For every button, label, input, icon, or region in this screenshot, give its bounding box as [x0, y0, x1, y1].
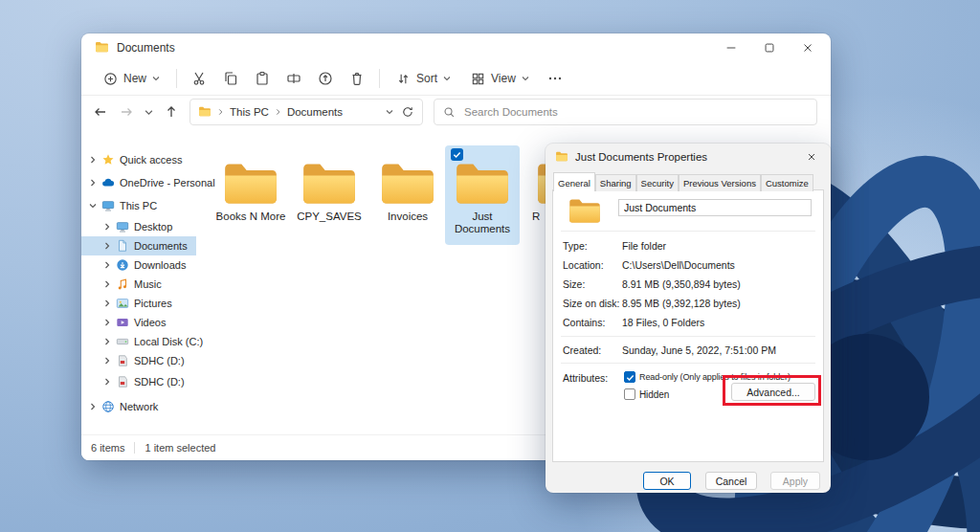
- chevron-right-icon[interactable]: [103, 280, 111, 288]
- sidebar-item-label: Videos: [134, 317, 166, 328]
- contains-label: Contains:: [563, 317, 605, 328]
- sidebar-item-label: Music: [134, 278, 162, 290]
- cut-icon: [191, 71, 207, 86]
- folder-name: Invoices: [370, 211, 445, 223]
- tab-general[interactable]: General: [553, 172, 595, 191]
- sidebar-item-label: Pictures: [134, 298, 172, 309]
- tab-previous-versions[interactable]: Previous Versions: [679, 174, 761, 191]
- chevron-right-icon[interactable]: [89, 179, 97, 187]
- up-button[interactable]: [164, 104, 179, 120]
- view-button[interactable]: View: [462, 67, 538, 91]
- separator: [561, 336, 815, 337]
- chevron-down-icon: [443, 76, 451, 81]
- music-note-icon: [116, 277, 129, 291]
- explorer-titlebar[interactable]: Documents: [81, 33, 831, 62]
- share-button[interactable]: [311, 65, 340, 92]
- dialog-titlebar[interactable]: Just Documents Properties: [546, 144, 831, 170]
- cancel-button[interactable]: Cancel: [705, 472, 757, 490]
- breadcrumb-item-documents[interactable]: Documents: [287, 106, 343, 118]
- ok-button[interactable]: OK: [643, 472, 691, 490]
- size-label: Size:: [563, 278, 585, 290]
- search-input[interactable]: [462, 105, 808, 119]
- paste-button[interactable]: [248, 65, 277, 92]
- ellipsis-icon: [547, 71, 563, 86]
- window-title: Documents: [117, 41, 175, 55]
- folder-name: Just Documents: [445, 211, 520, 235]
- sidebar-item-label: SDHC (D:): [134, 355, 185, 366]
- read-only-checkbox[interactable]: [624, 371, 635, 383]
- hidden-checkbox[interactable]: [624, 388, 635, 400]
- tab-customize[interactable]: Customize: [761, 174, 813, 191]
- chevron-down-icon[interactable]: [386, 109, 393, 115]
- close-button[interactable]: [789, 33, 827, 62]
- sort-icon: [396, 72, 411, 86]
- chevron-right-icon[interactable]: [103, 223, 111, 231]
- items-count: 6 items: [91, 442, 124, 454]
- sidebar-item-label: This PC: [120, 200, 157, 211]
- sidebar-item-label: SDHC (D:): [134, 376, 185, 388]
- type-label: Type:: [563, 240, 588, 252]
- chevron-right-icon[interactable]: [103, 242, 111, 250]
- trash-icon: [349, 71, 365, 86]
- apply-button[interactable]: Apply: [770, 472, 820, 490]
- folder-tile-books-n-more[interactable]: Books N More: [213, 162, 288, 223]
- chevron-right-icon[interactable]: [103, 338, 111, 345]
- rename-icon: [286, 71, 301, 86]
- chevron-right-icon: [217, 108, 224, 116]
- tab-security[interactable]: Security: [636, 174, 679, 191]
- network-icon: [101, 400, 115, 413]
- annotation-highlight: [723, 375, 821, 406]
- sidebar-item-documents[interactable]: Documents: [81, 236, 196, 255]
- chevron-down-icon: [522, 76, 529, 81]
- folder-icon: [380, 162, 435, 206]
- minimize-button[interactable]: [712, 33, 750, 62]
- folder-tile-invoices[interactable]: Invoices: [370, 162, 445, 223]
- copy-button[interactable]: [216, 65, 245, 92]
- folder-icon: [301, 162, 357, 206]
- plus-circle-icon: [103, 72, 118, 86]
- selected-count: 1 item selected: [145, 442, 215, 454]
- sd-card-icon: [116, 375, 129, 388]
- refresh-icon[interactable]: [401, 105, 414, 119]
- chevron-right-icon[interactable]: [103, 378, 111, 386]
- more-options-button[interactable]: [541, 65, 569, 92]
- folder-tile-just-documents-selected[interactable]: Just Documents: [445, 145, 520, 245]
- cut-button[interactable]: [185, 65, 213, 92]
- chevron-right-icon[interactable]: [89, 403, 97, 410]
- forward-button[interactable]: [119, 104, 134, 120]
- breadcrumb-item-this-pc[interactable]: This PC: [230, 106, 269, 118]
- new-button[interactable]: New: [95, 67, 168, 91]
- search-box[interactable]: [434, 99, 817, 125]
- separator: [561, 231, 815, 232]
- chevron-right-icon[interactable]: [103, 299, 111, 307]
- size-on-disk-label: Size on disk:: [563, 298, 620, 309]
- back-button[interactable]: [93, 104, 108, 120]
- chevron-down-icon[interactable]: [89, 202, 97, 210]
- folder-name-input[interactable]: [618, 199, 812, 216]
- size-on-disk-value: 8.95 MB (9,392,128 bytes): [622, 298, 741, 309]
- chevron-right-icon[interactable]: [103, 357, 111, 365]
- sidebar-item-label: Local Disk (C:): [134, 336, 203, 347]
- tab-sharing[interactable]: Sharing: [595, 174, 636, 191]
- folder-tile-cpy-saves[interactable]: CPY_SAVES: [292, 162, 367, 223]
- chevron-right-icon[interactable]: [89, 156, 97, 164]
- chevron-right-icon[interactable]: [103, 261, 111, 269]
- desktop-icon: [116, 220, 129, 233]
- sort-button[interactable]: Sort: [388, 67, 459, 91]
- general-tab-panel: Type: File folder Location: C:\Users\Del…: [552, 189, 824, 462]
- toolbar-separator: [379, 69, 380, 88]
- chevron-down-icon: [152, 76, 160, 81]
- recent-locations-button[interactable]: [145, 109, 153, 116]
- disk-drive-icon: [116, 335, 129, 348]
- folder-icon: [455, 162, 510, 206]
- delete-button[interactable]: [343, 65, 371, 92]
- dialog-close-button[interactable]: [792, 144, 831, 170]
- contains-value: 18 Files, 0 Folders: [622, 317, 704, 328]
- explorer-toolbar: New Sort View: [81, 62, 831, 96]
- breadcrumb[interactable]: This PC Documents: [189, 99, 423, 125]
- folder-name: Books N More: [213, 211, 288, 223]
- chevron-right-icon[interactable]: [103, 319, 111, 326]
- selection-checkbox[interactable]: [451, 148, 463, 161]
- rename-button[interactable]: [279, 65, 308, 92]
- maximize-button[interactable]: [750, 33, 789, 62]
